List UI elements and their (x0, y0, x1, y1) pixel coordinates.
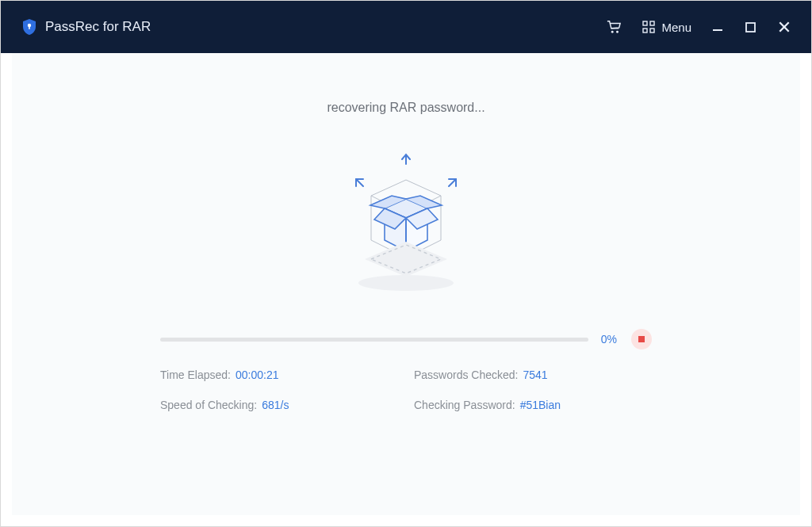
window-controls (712, 21, 791, 33)
progress-section: 0% (160, 329, 652, 349)
illustration (12, 115, 800, 305)
time-elapsed-value: 00:00:21 (236, 369, 279, 381)
stats-grid: Time Elapsed: 00:00:21 Passwords Checked… (160, 369, 652, 411)
svg-rect-5 (650, 21, 654, 25)
stop-icon (638, 336, 645, 342)
maximize-button[interactable] (745, 22, 756, 32)
svg-rect-4 (643, 21, 647, 25)
time-elapsed-label: Time Elapsed: (160, 369, 231, 381)
progress-bar (160, 338, 588, 342)
checking-password-value: #51Bian (520, 399, 561, 411)
svg-rect-6 (643, 29, 647, 32)
open-box-icon (327, 147, 485, 305)
menu-grid-icon (642, 21, 655, 33)
maximize-icon (745, 22, 756, 32)
speed-label: Speed of Checking: (160, 399, 257, 411)
app-logo-shield-icon (21, 18, 37, 36)
svg-point-13 (358, 275, 454, 291)
svg-point-3 (617, 31, 619, 33)
progress-percent: 0% (601, 333, 617, 346)
minimize-icon (712, 21, 723, 32)
titlebar: PassRec for RAR Menu (1, 1, 811, 53)
stat-speed: Speed of Checking: 681/s (160, 399, 398, 411)
svg-point-2 (611, 31, 614, 33)
svg-rect-1 (29, 26, 30, 29)
stat-passwords-checked: Passwords Checked: 7541 (414, 369, 652, 381)
content-panel: recovering RAR password... (12, 53, 800, 515)
svg-rect-9 (746, 23, 755, 32)
passwords-checked-label: Passwords Checked: (414, 369, 519, 381)
main-area: recovering RAR password... (1, 53, 811, 526)
passwords-checked-value: 7541 (523, 369, 548, 381)
stat-checking-password: Checking Password: #51Bian (414, 399, 652, 411)
app-title: PassRec for RAR (45, 19, 151, 35)
close-icon (778, 21, 791, 33)
status-heading: recovering RAR password... (12, 53, 800, 115)
cart-icon[interactable] (606, 20, 622, 34)
stop-button[interactable] (631, 329, 652, 349)
svg-rect-7 (650, 29, 654, 32)
menu-button[interactable]: Menu (642, 21, 691, 34)
speed-value: 681/s (262, 399, 289, 411)
titlebar-left: PassRec for RAR (21, 18, 151, 36)
stat-time-elapsed: Time Elapsed: 00:00:21 (160, 369, 398, 381)
checking-password-label: Checking Password: (414, 399, 515, 411)
close-button[interactable] (778, 21, 791, 33)
titlebar-right: Menu (606, 20, 791, 34)
minimize-button[interactable] (712, 21, 723, 32)
menu-label: Menu (661, 21, 691, 34)
